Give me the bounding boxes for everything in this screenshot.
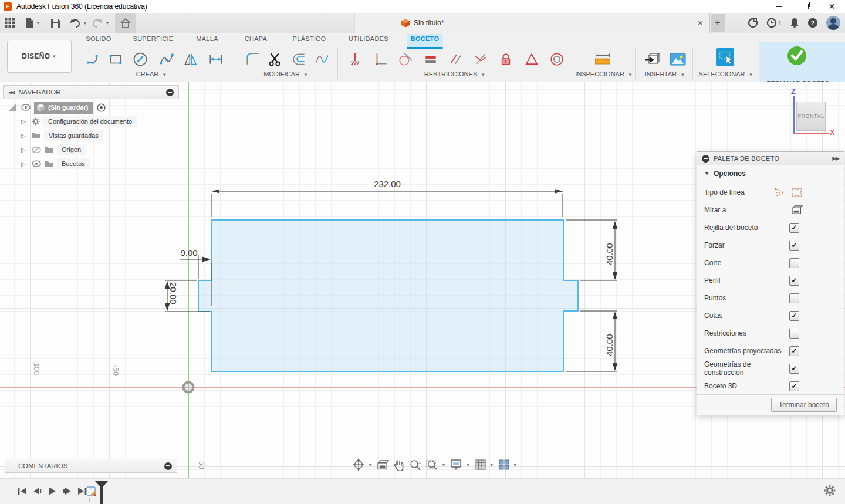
file-menu-button[interactable]: ▼ <box>25 15 40 31</box>
close-button[interactable]: ✕ <box>819 0 845 13</box>
perpendicular-constraint[interactable] <box>372 49 390 69</box>
collapse-palette-icon[interactable] <box>702 155 709 163</box>
save-button[interactable] <box>50 15 60 31</box>
centerline-icon[interactable] <box>773 187 785 198</box>
root-component-label[interactable]: (Sin guardar) <box>34 102 93 114</box>
rectangle-tool[interactable] <box>107 49 124 69</box>
design-canvas[interactable]: 232.00 9.00 20.00 <box>0 82 845 478</box>
constraints-checkbox[interactable] <box>789 329 799 339</box>
timeline-skip-start-button[interactable] <box>16 485 28 497</box>
origin-point[interactable] <box>184 383 194 393</box>
tab-superficie[interactable]: SUPERFICIE <box>129 34 177 47</box>
polygon-constraint[interactable] <box>523 49 540 69</box>
tangent-constraint[interactable] <box>397 49 414 69</box>
construction-geometries-checkbox[interactable] <box>789 364 799 374</box>
expand-arrow-icon[interactable]: ▷ <box>21 133 28 139</box>
group-label-modificar[interactable]: MODIFICAR ▼ <box>263 70 308 77</box>
collapse-panel-icon[interactable]: ◀◀ <box>8 90 14 95</box>
equal-constraint[interactable] <box>422 49 440 69</box>
timeline-marker[interactable] <box>100 485 103 504</box>
select-tool[interactable] <box>716 47 734 67</box>
dim-right-top-text[interactable]: 40.00 <box>604 243 614 265</box>
insert-derive[interactable] <box>643 49 661 69</box>
finish-sketch-footer-button[interactable]: Terminar boceto <box>771 398 837 412</box>
spline-tool[interactable] <box>158 49 175 69</box>
job-status-button[interactable]: 1 <box>766 18 782 28</box>
snap-checkbox[interactable] <box>789 241 799 251</box>
options-section-header[interactable]: ▼ Opciones <box>704 170 746 178</box>
undo-button[interactable]: ▼ <box>69 15 87 31</box>
grid-settings-button[interactable]: ▼ <box>475 459 494 471</box>
trim-tool[interactable] <box>266 49 283 69</box>
tab-plastico[interactable]: PLÁSTICO <box>289 34 330 47</box>
group-label-insertar[interactable]: INSERTAR ▼ <box>645 70 685 77</box>
group-label-crear[interactable]: CREAR ▼ <box>136 70 167 77</box>
tab-utilidades[interactable]: UTILIDADES <box>345 34 392 47</box>
zoom-window-button[interactable]: ▼ <box>425 459 446 471</box>
profile-checkbox[interactable] <box>789 276 799 286</box>
orbit-button[interactable]: ▼ <box>352 458 373 471</box>
sketch-dimension-tool[interactable] <box>207 49 225 69</box>
group-label-seleccionar[interactable]: SELECCIONAR ▼ <box>699 70 753 77</box>
add-comment-icon[interactable] <box>164 462 172 470</box>
document-tab[interactable]: Sin título* ✕ <box>354 13 710 33</box>
dim-width-text[interactable]: 232.00 <box>374 179 401 189</box>
navigator-item-doc-settings[interactable]: ▷ Configuración del documento <box>21 115 137 128</box>
expand-arrow-icon[interactable]: ▷ <box>21 161 28 167</box>
redo-button[interactable]: ▼ <box>92 15 110 31</box>
tab-solido[interactable]: SOLIDO <box>82 34 114 47</box>
sketch-profile[interactable] <box>198 220 578 371</box>
line-tool[interactable] <box>85 49 103 69</box>
expand-arrow-icon[interactable]: ▷ <box>21 119 28 125</box>
timeline-step-back-button[interactable] <box>31 485 43 497</box>
navigator-item-origin[interactable]: ▷ Origen <box>21 143 86 156</box>
concentric-constraint[interactable] <box>548 49 566 69</box>
visibility-eye-icon[interactable] <box>32 160 41 167</box>
timeline-settings-button[interactable] <box>824 485 836 496</box>
tab-malla[interactable]: MALLA <box>192 34 222 47</box>
3d-sketch-checkbox[interactable] <box>789 381 799 391</box>
timeline-step-forward-button[interactable] <box>62 485 73 497</box>
home-button[interactable] <box>115 13 136 33</box>
construction-line-icon[interactable] <box>791 188 803 197</box>
sketch-palette-header[interactable]: PALETA DE BOCETO ▶▶ <box>697 152 844 165</box>
collinear-constraint[interactable] <box>472 49 489 69</box>
display-settings-button[interactable]: ▼ <box>450 459 471 471</box>
activate-component-radio[interactable] <box>97 103 106 112</box>
app-grid-button[interactable] <box>5 15 15 31</box>
extensions-icon[interactable] <box>748 18 758 28</box>
sketch-grid-checkbox[interactable] <box>789 223 799 233</box>
restore-button[interactable] <box>792 0 819 13</box>
notifications-bell-icon[interactable] <box>790 18 799 28</box>
parallel-constraint[interactable] <box>447 49 465 69</box>
dim-notch-width-text[interactable]: 9.00 <box>180 248 197 258</box>
look-at-button[interactable] <box>377 459 389 471</box>
document-close-icon[interactable]: ✕ <box>697 19 704 28</box>
comments-panel[interactable]: COMENTARIOS <box>5 459 177 473</box>
circle-tool[interactable] <box>131 49 149 69</box>
lock-constraint[interactable] <box>497 49 515 69</box>
points-checkbox[interactable] <box>789 293 799 303</box>
dimension-width[interactable] <box>212 191 563 217</box>
tab-boceto[interactable]: BOCETO <box>407 34 443 49</box>
viewcube[interactable]: FRONTAL <box>796 102 826 131</box>
visibility-off-icon[interactable] <box>32 146 41 154</box>
pan-button[interactable] <box>393 459 405 471</box>
new-tab-button[interactable]: + <box>711 14 725 32</box>
offset-tool[interactable] <box>291 49 309 69</box>
group-label-inspeccionar[interactable]: INSPECCIONAR ▼ <box>575 70 633 77</box>
measure-tool[interactable] <box>594 49 611 69</box>
visibility-eye-icon[interactable] <box>21 104 31 111</box>
dim-right-bottom-text[interactable]: 40.00 <box>604 334 614 356</box>
break-tool[interactable] <box>313 49 331 69</box>
navigator-item-saved-views[interactable]: ▷ Vistas guardadas <box>21 129 103 142</box>
help-button[interactable]: ? <box>807 18 818 28</box>
mirror-tool[interactable] <box>182 49 200 69</box>
finish-sketch-button[interactable] <box>786 45 808 67</box>
slice-checkbox[interactable] <box>789 258 799 268</box>
dim-notch-height-text[interactable]: 20.00 <box>168 282 178 305</box>
tab-chapa[interactable]: CHAPA <box>241 34 271 47</box>
insert-image[interactable] <box>669 49 687 69</box>
projected-geometries-checkbox[interactable] <box>789 346 799 356</box>
look-at-icon[interactable] <box>791 205 803 215</box>
